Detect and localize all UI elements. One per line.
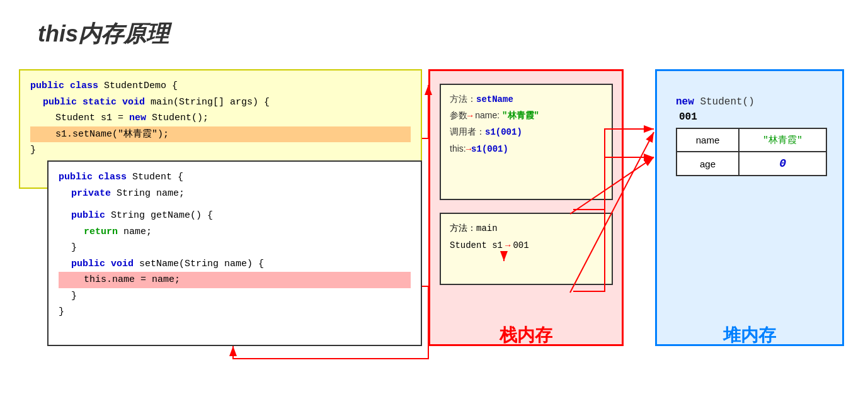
code-line-5: } [30, 142, 411, 159]
return-name: name; [118, 227, 152, 237]
main-method-row: 方法：main [450, 220, 603, 237]
class-name-student: Student { [132, 172, 183, 182]
title-this: this [38, 21, 78, 47]
code-box-student: public class Student { private String na… [47, 160, 422, 346]
this-label: this: [450, 143, 466, 154]
heap-field-age-label: age [677, 152, 739, 176]
param-name-label: name: [472, 110, 502, 120]
spacer1 [59, 201, 411, 208]
keyword-public-static: public static void [43, 97, 151, 108]
main-arrow: → [505, 237, 510, 254]
stack-memory-box: 方法：setName 参数→ name: "林青霞" 调用者：s1(001) t… [428, 69, 624, 346]
this-arrow: → [466, 144, 471, 154]
code-new-student: Student s1 = [55, 113, 129, 123]
stack-frame-setname: 方法：setName 参数→ name: "林青霞" 调用者：s1(001) t… [440, 84, 613, 200]
code2-line-6: public void setName(String name) { [59, 256, 411, 272]
setname-sig: setName(String name) { [139, 259, 264, 269]
code2-line-5: } [59, 240, 411, 256]
keyword-public-class-2: public class [59, 172, 132, 182]
main-method-label: 方法： [450, 223, 476, 233]
code-brace-close: } [30, 145, 36, 155]
code2-line-1: public class Student { [59, 169, 411, 186]
heap-address: 001 [679, 111, 827, 123]
code2-line-9: } [59, 304, 411, 320]
keyword-new: new [129, 113, 146, 123]
keyword-public-3: public [71, 259, 111, 269]
stack-title: 栈内存 [430, 323, 622, 347]
code2-line-3: public String getName() { [59, 208, 411, 224]
setname-param-row: 参数→ name: "林青霞" [450, 108, 603, 124]
method-label: 方法： [450, 94, 476, 104]
code2-line-2: private String name; [59, 186, 411, 202]
heap-field-name-label: name [677, 128, 739, 152]
code-setname-call: s1.setName("林青霞"); [55, 129, 169, 140]
keyword-public-2: public [71, 210, 111, 221]
keyword-public-class: public class [30, 81, 104, 91]
param-value: "林青霞" [502, 111, 539, 121]
code2-line-8: } [59, 288, 411, 305]
heap-new-label: new Student() [676, 96, 827, 108]
heap-field-name-value: "林青霞" [739, 128, 826, 152]
code-line-3: Student s1 = new Student(); [30, 110, 411, 126]
code2-line-7: this.name = name; [59, 272, 411, 288]
code-line-4: s1.setName("林青霞"); [30, 126, 411, 143]
code-line-1: public class StudentDemo { [30, 78, 411, 94]
heap-row-name: name "林青霞" [677, 128, 826, 152]
heap-field-age-value: 0 [739, 152, 826, 176]
setname-this-row: this:→s1(001) [450, 141, 603, 157]
caller-label: 调用者： [450, 126, 485, 137]
page-title: this内存原理 [38, 19, 169, 50]
field-name: String name; [117, 188, 185, 199]
heap-table: name "林青霞" age 0 [676, 128, 827, 176]
method-main-sig: main(String[] args) { [151, 97, 270, 108]
caller-value: s1(001) [485, 127, 522, 137]
title-rest: 内存原理 [78, 21, 169, 47]
heap-class-name: Student() [700, 96, 754, 108]
this-value: s1(001) [471, 144, 508, 154]
main-var-value: 001 [513, 237, 528, 254]
code2-line-4: return name; [59, 224, 411, 240]
setname-caller-row: 调用者：s1(001) [450, 124, 603, 140]
this-assignment: this.name = name; [84, 274, 180, 285]
heap-title: 堆内存 [657, 323, 842, 347]
heap-object: new Student() 001 name "林青霞" age 0 [676, 96, 827, 176]
getname-sig: String getName() { [111, 210, 213, 221]
keyword-return: return [84, 227, 118, 237]
heap-row-age: age 0 [677, 152, 826, 176]
code-student-call: Student(); [146, 113, 208, 123]
keyword-private: private [71, 188, 117, 199]
setname-method-row: 方法：setName [450, 91, 603, 108]
main-method-value: main [476, 223, 498, 233]
heap-memory-box: new Student() 001 name "林青霞" age 0 堆内存 [655, 69, 844, 346]
main-var-row: Student s1 → 001 [450, 237, 603, 254]
stack-frame-main: 方法：main Student s1 → 001 [440, 213, 613, 285]
class-name-studentdemo: StudentDemo { [104, 81, 178, 91]
method-value: setName [476, 94, 513, 104]
param-label: 参数 [450, 110, 467, 120]
keyword-void: void [111, 259, 139, 269]
main-var-label: Student s1 [450, 237, 503, 254]
keyword-new-heap: new [676, 96, 700, 108]
code-line-2: public static void main(String[] args) { [30, 94, 411, 111]
